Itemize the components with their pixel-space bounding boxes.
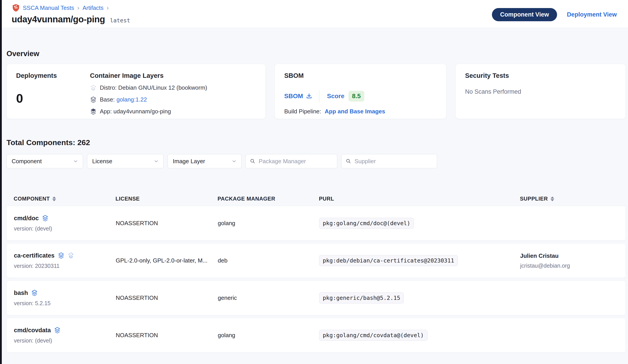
chevron-down-icon bbox=[73, 159, 78, 164]
package-manager-cell: generic bbox=[218, 295, 319, 302]
image-layer-filter-label: Image Layer bbox=[173, 158, 205, 165]
license-filter-dropdown[interactable]: License bbox=[87, 154, 163, 168]
purl-badge: pkg:golang/cmd/doc@(devel) bbox=[319, 218, 414, 229]
ssca-shield-icon bbox=[12, 3, 20, 12]
layer-stack-icon bbox=[31, 290, 38, 296]
supplier-cell bbox=[520, 297, 626, 300]
deployment-view-link[interactable]: Deployment View bbox=[567, 11, 617, 18]
layer-stack-filled-icon bbox=[90, 108, 97, 115]
overview-heading: Overview bbox=[6, 49, 626, 58]
table-header: COMPONENT LICENSE PACKAGE MANAGER PURL S… bbox=[6, 196, 626, 202]
package-manager-search bbox=[245, 154, 337, 168]
component-cell: cmd/covdata version: (devel) bbox=[14, 327, 116, 344]
component-name: ca-certificates bbox=[14, 252, 55, 259]
package-manager-cell: deb bbox=[218, 257, 319, 264]
divider bbox=[319, 90, 319, 102]
build-pipeline-link[interactable]: App and Base Images bbox=[325, 108, 385, 115]
sbom-score-label: Score bbox=[327, 93, 344, 100]
deployments-layers-card: Deployments 0 Container Image Layers Dis… bbox=[6, 64, 266, 119]
build-pipeline-label: Build Pipeline: bbox=[284, 108, 321, 115]
overview-cards: Deployments 0 Container Image Layers Dis… bbox=[6, 64, 626, 119]
security-tests-card: Security Tests No Scans Performed bbox=[456, 64, 626, 119]
license-cell: NOASSERTION bbox=[116, 295, 218, 302]
column-header-package-manager: PACKAGE MANAGER bbox=[218, 196, 319, 202]
search-icon bbox=[250, 158, 256, 164]
purl-cell: pkg:generic/bash@5.2.15 bbox=[319, 293, 520, 303]
distro-layer-label: Distro: Debian GNU/Linux 12 (bookworm) bbox=[100, 84, 207, 91]
image-layers-title: Container Image Layers bbox=[90, 72, 256, 79]
component-cell: ca-certificates version: 20230311 bbox=[14, 252, 116, 269]
package-manager-cell: golang bbox=[218, 332, 319, 339]
supplier-name: Julien Cristau bbox=[520, 252, 626, 259]
supplier-cell bbox=[520, 222, 626, 225]
security-tests-status: No Scans Performed bbox=[465, 88, 616, 95]
table-row[interactable]: cmd/covdata version: (devel) NOASSERTION… bbox=[6, 318, 626, 353]
total-components-heading: Total Components: 262 bbox=[6, 138, 626, 147]
sort-icon[interactable] bbox=[52, 196, 56, 201]
layer-stack-icon bbox=[42, 215, 49, 222]
supplier-search-input[interactable] bbox=[355, 158, 433, 165]
component-filter-label: Component bbox=[12, 158, 42, 165]
image-layer-filter-dropdown[interactable]: Image Layer bbox=[168, 154, 241, 168]
supplier-cell: Julien Cristau jcristau@debian.org bbox=[520, 252, 626, 269]
version-tag: latest bbox=[110, 17, 130, 24]
base-image-link[interactable]: golang:1.22 bbox=[117, 96, 147, 103]
sbom-title: SBOM bbox=[284, 72, 437, 79]
main-content: Overview Deployments 0 Container Image L… bbox=[0, 49, 628, 353]
purl-cell: pkg:golang/cmd/doc@(devel) bbox=[319, 218, 520, 229]
purl-badge: pkg:generic/bash@5.2.15 bbox=[319, 293, 404, 303]
purl-badge: pkg:deb/debian/ca-certificates@20230311 bbox=[319, 255, 458, 266]
supplier-search bbox=[341, 154, 437, 168]
components-table: cmd/doc version: (devel) NOASSERTION gol… bbox=[6, 206, 626, 353]
component-cell: cmd/doc version: (devel) bbox=[14, 215, 116, 232]
app-layer-row: App: uday4vunnam/go-ping bbox=[90, 108, 256, 115]
table-row[interactable]: ca-certificates version: 20230311 GPL-2.… bbox=[6, 243, 626, 278]
breadcrumb-link-artifacts[interactable]: Artifacts bbox=[82, 4, 104, 11]
sbom-download-link[interactable]: SBOM bbox=[284, 93, 313, 100]
table-row[interactable]: bash version: 5.2.15 NOASSERTION generic… bbox=[6, 281, 626, 315]
chevron-down-icon bbox=[154, 159, 159, 164]
column-header-purl: PURL bbox=[319, 196, 520, 202]
component-name: bash bbox=[14, 290, 28, 297]
breadcrumb-link-project[interactable]: SSCA Manual Tests bbox=[23, 4, 74, 11]
component-cell: bash version: 5.2.15 bbox=[14, 290, 116, 306]
layer-stack-icon bbox=[54, 327, 61, 334]
supplier-email: jcristau@debian.org bbox=[520, 262, 626, 269]
sbom-download-label: SBOM bbox=[284, 93, 303, 100]
page-title: uday4vunnam/go-ping bbox=[12, 14, 105, 24]
base-layer-row: Base: golang:1.22 bbox=[90, 96, 256, 103]
layer-stack-dashed-icon bbox=[68, 252, 74, 259]
license-cell: NOASSERTION bbox=[116, 220, 218, 227]
component-name: cmd/covdata bbox=[14, 327, 51, 334]
component-filter-dropdown[interactable]: Component bbox=[6, 154, 83, 168]
distro-layer-row: Distro: Debian GNU/Linux 12 (bookworm) bbox=[90, 84, 256, 91]
column-header-license: LICENSE bbox=[115, 196, 218, 202]
table-row[interactable]: cmd/doc version: (devel) NOASSERTION gol… bbox=[6, 206, 626, 241]
base-layer-label: Base: bbox=[100, 96, 115, 103]
download-icon[interactable] bbox=[306, 93, 313, 100]
layer-stack-half-icon bbox=[90, 96, 97, 103]
column-header-supplier[interactable]: SUPPLIER bbox=[520, 196, 626, 202]
page-header: SSCA Manual Tests › Artifacts › uday4vun… bbox=[0, 0, 628, 28]
package-manager-search-input[interactable] bbox=[259, 158, 333, 165]
component-version: version: 5.2.15 bbox=[14, 300, 116, 306]
sidebar-edge bbox=[0, 0, 2, 364]
license-cell: NOASSERTION bbox=[116, 332, 218, 339]
sbom-card: SBOM SBOM Score 8.5 Build Pipeline: App … bbox=[275, 64, 447, 119]
purl-cell: pkg:deb/debian/ca-certificates@20230311 bbox=[319, 255, 520, 266]
sbom-score-badge: 8.5 bbox=[348, 91, 364, 102]
component-view-button[interactable]: Component View bbox=[492, 8, 557, 21]
purl-cell: pkg:golang/cmd/covdata@(devel) bbox=[319, 330, 520, 341]
package-manager-cell: golang bbox=[218, 220, 319, 227]
component-version: version: (devel) bbox=[14, 337, 116, 344]
view-toggle: Component View Deployment View bbox=[492, 8, 617, 21]
layer-stack-icon bbox=[58, 252, 65, 259]
deployments-section: Deployments 0 bbox=[16, 72, 90, 111]
deployments-count: 0 bbox=[16, 91, 90, 106]
license-filter-label: License bbox=[92, 158, 112, 165]
sort-icon[interactable] bbox=[550, 196, 554, 201]
search-icon bbox=[346, 158, 351, 164]
image-layers-section: Container Image Layers Distro: Debian GN… bbox=[90, 72, 256, 111]
column-header-component[interactable]: COMPONENT bbox=[14, 196, 115, 202]
component-version: version: 20230311 bbox=[14, 263, 116, 269]
